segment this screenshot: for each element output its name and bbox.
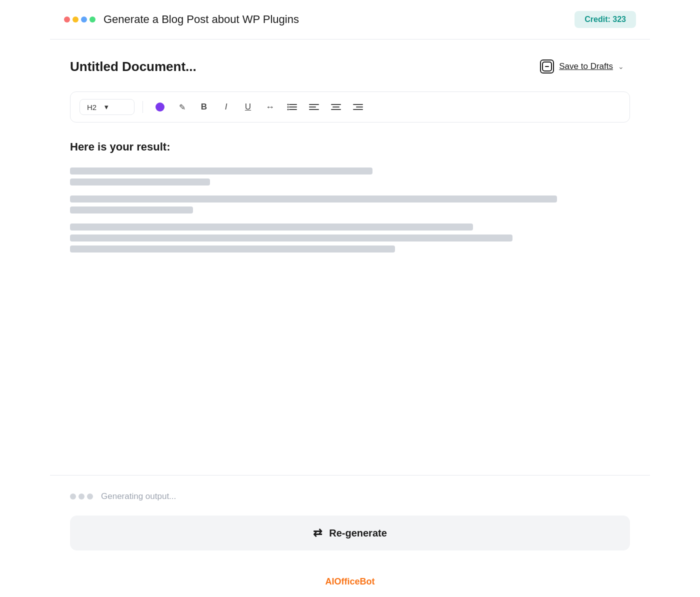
underline-button[interactable]: U <box>239 98 257 116</box>
pencil-icon: ✎ <box>179 102 186 112</box>
regenerate-icon: ⇄ <box>313 526 322 540</box>
heading-value: H2 <box>87 103 96 112</box>
chevron-down-icon[interactable]: ⌄ <box>618 62 624 70</box>
skeleton-group-3 <box>70 224 630 252</box>
skeleton-group-1 <box>70 168 630 186</box>
document-area: Untitled Document... Save to Drafts ⌄ H2 <box>50 40 650 475</box>
save-drafts-button[interactable]: Save to Drafts ⌄ <box>534 56 630 78</box>
dot-blue <box>81 16 87 22</box>
align-center-button[interactable] <box>327 98 345 116</box>
align-center-icon <box>331 102 341 112</box>
skeleton-line <box>70 224 473 230</box>
dot-green <box>90 16 96 22</box>
dot-red <box>64 16 70 22</box>
svg-point-7 <box>288 106 289 108</box>
toolbar-divider-1 <box>142 101 143 113</box>
color-dot-icon <box>156 102 164 112</box>
list-button[interactable] <box>283 98 301 116</box>
footer: AIOfficeBot <box>50 566 650 597</box>
align-left-button[interactable] <box>305 98 323 116</box>
underline-icon: U <box>245 102 251 112</box>
document-title[interactable]: Untitled Document... <box>70 59 196 74</box>
formatting-toolbar: H2 ▾ ✎ B I U <box>70 92 630 122</box>
svg-point-8 <box>288 109 289 110</box>
skeleton-group-2 <box>70 196 630 214</box>
result-heading: Here is your result: <box>70 140 630 154</box>
generating-status: Generating output... <box>101 492 176 502</box>
regenerate-label: Re-generate <box>329 528 387 539</box>
align-right-button[interactable] <box>349 98 367 116</box>
editor-content[interactable]: Here is your result: <box>70 140 630 475</box>
app-header: Generate a Blog Post about WP Plugins Cr… <box>50 0 650 40</box>
list-icon <box>287 102 297 112</box>
svg-point-6 <box>288 104 289 106</box>
heading-chevron-icon: ▾ <box>104 102 108 112</box>
doc-title-bar: Untitled Document... Save to Drafts ⌄ <box>70 56 630 78</box>
generating-row: Generating output... <box>70 492 630 502</box>
edit-button[interactable]: ✎ <box>173 98 191 116</box>
skeleton-line <box>70 206 193 214</box>
skeleton-line <box>70 246 395 252</box>
dot-yellow <box>72 16 78 22</box>
loading-dot-1 <box>70 494 76 500</box>
save-drafts-label: Save to Drafts <box>559 62 613 72</box>
align-right-icon <box>353 102 363 112</box>
link-button[interactable]: ↔ <box>261 98 279 116</box>
skeleton-line <box>70 178 210 186</box>
loading-dot-2 <box>78 494 84 500</box>
heading-select[interactable]: H2 ▾ <box>80 99 134 115</box>
italic-button[interactable]: I <box>217 98 235 116</box>
align-left-icon <box>309 102 319 112</box>
skeleton-line <box>70 168 372 174</box>
header-left: Generate a Blog Post about WP Plugins <box>64 13 299 26</box>
bold-icon: B <box>201 102 207 112</box>
app-dots-icon <box>64 16 96 22</box>
page-title: Generate a Blog Post about WP Plugins <box>104 13 299 26</box>
credit-badge: Credit: 323 <box>574 11 636 28</box>
link-icon: ↔ <box>266 102 274 112</box>
skeleton-line <box>70 196 557 202</box>
regenerate-button[interactable]: ⇄ Re-generate <box>70 516 630 550</box>
italic-icon: I <box>225 102 228 112</box>
color-picker-button[interactable] <box>151 98 169 116</box>
skeleton-line <box>70 234 512 242</box>
loading-dot-3 <box>87 494 93 500</box>
bottom-section: Generating output... ⇄ Re-generate <box>50 475 650 566</box>
brand-logo: AIOfficeBot <box>326 576 375 586</box>
save-icon <box>540 60 554 74</box>
loading-dots <box>70 494 93 500</box>
bold-button[interactable]: B <box>195 98 213 116</box>
